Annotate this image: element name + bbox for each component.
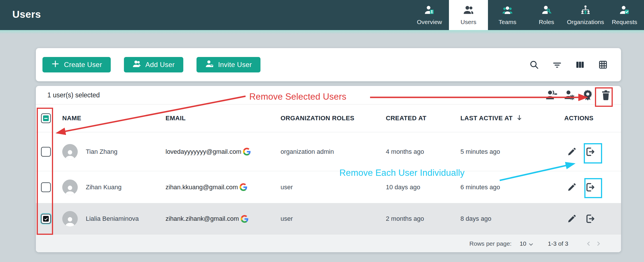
users-icon	[463, 5, 474, 17]
prev-page-icon[interactable]	[584, 239, 594, 249]
col-header-email[interactable]: EMAIL	[166, 115, 186, 122]
last-active-at: 6 minutes ago	[460, 184, 500, 191]
org-role: organization admin	[281, 148, 334, 155]
person-check-icon	[619, 5, 630, 17]
row-checkbox[interactable]	[41, 147, 51, 157]
col-header-org-roles[interactable]: ORGANIZATION ROLES	[281, 115, 354, 122]
page-title: Users	[12, 9, 41, 20]
create-user-button[interactable]: Create User	[42, 57, 111, 72]
edit-user-icon[interactable]	[567, 214, 577, 224]
tab-label: Organizations	[567, 19, 604, 25]
view-column-icon[interactable]	[575, 60, 585, 70]
next-page-icon[interactable]	[594, 239, 603, 249]
tab-organizations[interactable]: Organizations	[566, 0, 605, 30]
row-checkbox[interactable]	[41, 182, 51, 192]
google-icon	[241, 215, 248, 223]
tab-requests[interactable]: Requests	[605, 0, 644, 30]
teams-icon	[502, 5, 513, 17]
remove-user-row-icon[interactable]	[585, 214, 595, 224]
filter-icon[interactable]	[552, 60, 562, 70]
person-badge-icon	[424, 5, 435, 17]
table-row: Tian Zhang lovedayyyyyyy@gmail.com organ…	[36, 132, 621, 171]
pagination-range: 1-3 of 3	[548, 240, 568, 247]
col-header-last-active-at[interactable]: LAST ACTIVE AT	[460, 115, 513, 122]
table-pagination: Rows per page: 10 1-3 of 3	[36, 234, 621, 252]
user-email: zihank.zihank@gmail.com	[166, 215, 239, 222]
check-mark	[43, 216, 49, 222]
award-icon[interactable]	[582, 89, 594, 101]
created-at: 4 months ago	[386, 148, 424, 155]
last-active-at: 8 days ago	[460, 215, 491, 222]
tab-label: Overview	[417, 19, 442, 25]
created-at: 10 days ago	[386, 184, 420, 191]
avatar	[62, 211, 78, 226]
plus-icon	[51, 60, 60, 70]
col-header-actions: ACTIONS	[564, 115, 594, 122]
table-row: Zihan Kuang zihan.kkuang@gmail.com user …	[36, 171, 621, 203]
user-name: Zihan Kuang	[86, 184, 122, 191]
selection-count: 1 user(s) selected	[47, 91, 100, 99]
user-email: lovedayyyyyyy@gmail.com	[166, 148, 241, 155]
app-header: Users Overview Users	[0, 0, 644, 30]
user-settings-icon[interactable]	[564, 89, 576, 101]
created-at: 2 months ago	[386, 215, 424, 222]
users-toolbar: Create User Add User Invite User	[36, 48, 621, 81]
grid-view-icon[interactable]	[598, 60, 608, 70]
rows-per-page-select[interactable]: 10	[520, 240, 533, 247]
dropdown-caret-icon	[529, 240, 533, 247]
user-name: Lialia Beniaminova	[86, 215, 139, 222]
table-header-row: NAME EMAIL ORGANIZATION ROLES CREATED AT…	[36, 105, 621, 132]
nav-tabs: Overview Users Teams	[410, 0, 644, 30]
tab-users[interactable]: Users	[449, 0, 488, 30]
avatar	[62, 144, 78, 159]
invite-user-button[interactable]: Invite User	[196, 57, 260, 72]
org-role: user	[281, 184, 293, 191]
delete-icon[interactable]	[600, 89, 612, 101]
indeterminate-mark	[43, 115, 49, 121]
google-icon	[240, 183, 247, 191]
tab-teams[interactable]: Teams	[488, 0, 527, 30]
org-hierarchy-icon	[580, 5, 591, 17]
users-table-card: 1 user(s) selected	[36, 86, 621, 252]
org-role: user	[281, 215, 293, 222]
col-header-created-at[interactable]: CREATED AT	[386, 115, 427, 122]
tab-label: Teams	[499, 19, 516, 25]
add-user-button[interactable]: Add User	[124, 57, 183, 72]
table-tools	[529, 60, 621, 70]
tab-roles[interactable]: Roles	[527, 0, 566, 30]
edit-user-icon[interactable]	[567, 182, 577, 192]
tab-overview[interactable]: Overview	[410, 0, 449, 30]
tab-label: Requests	[612, 19, 637, 25]
person-plus-icon	[133, 60, 141, 70]
selection-bar: 1 user(s) selected	[36, 86, 621, 105]
header-accent-strip	[0, 30, 644, 34]
user-email: zihan.kkuang@gmail.com	[166, 184, 238, 191]
person-key-icon	[541, 5, 552, 17]
person-mail-icon	[205, 60, 214, 70]
remove-user-icon[interactable]	[546, 89, 558, 101]
tab-label: Roles	[539, 19, 554, 25]
edit-user-icon[interactable]	[567, 147, 577, 157]
col-header-name[interactable]: NAME	[62, 115, 81, 122]
remove-user-row-icon[interactable]	[585, 147, 595, 157]
user-name: Tian Zhang	[86, 148, 117, 155]
row-checkbox-checked[interactable]	[41, 214, 51, 224]
bulk-actions	[546, 89, 621, 101]
table-row-selected: Lialia Beniaminova zihank.zihank@gmail.c…	[36, 203, 621, 234]
last-active-at: 5 minutes ago	[460, 148, 500, 155]
rows-per-page-label: Rows per page:	[469, 240, 511, 247]
sort-desc-icon[interactable]	[515, 114, 523, 123]
google-icon	[243, 148, 251, 155]
tab-label: Users	[461, 19, 476, 25]
search-icon[interactable]	[529, 60, 539, 70]
remove-user-row-icon[interactable]	[585, 182, 595, 192]
avatar	[62, 180, 78, 195]
select-all-checkbox[interactable]	[41, 113, 51, 123]
